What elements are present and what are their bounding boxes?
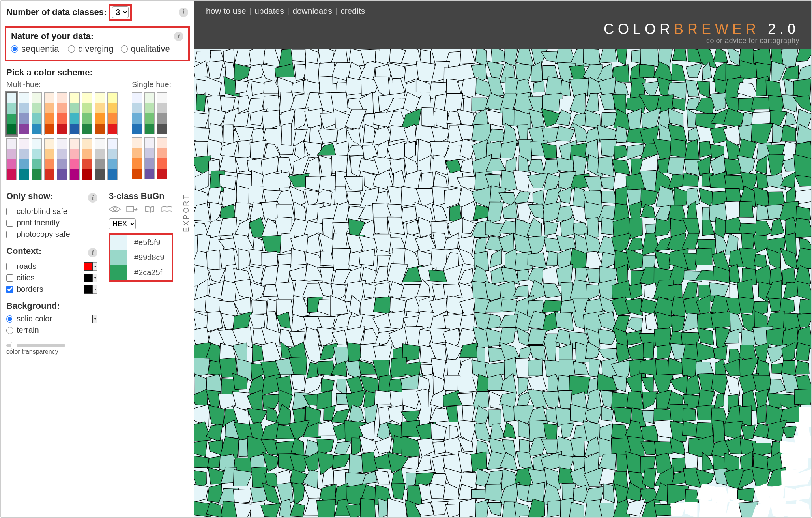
ramp-cell [45, 113, 54, 124]
color-ramp[interactable] [157, 92, 167, 134]
county [794, 218, 811, 238]
slider-thumb[interactable] [11, 342, 17, 349]
roads-color-picker[interactable]: ▾ [84, 262, 97, 271]
county [614, 407, 632, 424]
county [628, 343, 645, 360]
bg-color-picker[interactable]: ▾ [84, 315, 97, 323]
color-ramp[interactable] [19, 138, 29, 180]
info-icon[interactable]: i [174, 32, 183, 41]
download-icon[interactable] [144, 205, 155, 215]
transparency-label: color transparency [6, 348, 97, 355]
color-list-row[interactable]: #e5f5f9 [110, 235, 172, 250]
county [431, 423, 446, 440]
county [570, 280, 589, 301]
color-ramp[interactable] [32, 138, 42, 180]
county [584, 500, 601, 517]
link-updates[interactable]: updates [254, 6, 284, 16]
color-ramp[interactable] [95, 92, 105, 135]
color-ramp[interactable] [157, 137, 167, 179]
svg-point-0 [113, 208, 116, 211]
color-ramp[interactable] [32, 92, 42, 135]
radio-qualitative[interactable]: qualitative [121, 44, 170, 54]
color-ramp[interactable] [6, 92, 17, 135]
color-ramp[interactable] [69, 138, 80, 180]
county [208, 61, 223, 79]
transparency-slider[interactable] [6, 344, 65, 347]
color-ramp[interactable] [19, 92, 29, 135]
radio-diverging[interactable]: diverging [68, 44, 113, 54]
county [683, 409, 696, 422]
choropleth-map[interactable] [194, 49, 811, 517]
chk-colorblind[interactable]: colorblind safe [6, 207, 97, 216]
county [737, 83, 759, 99]
county [547, 500, 562, 517]
county [321, 378, 334, 392]
color-ramp[interactable] [132, 137, 142, 179]
county [250, 140, 266, 159]
color-ramp[interactable] [82, 92, 92, 135]
color-ramp[interactable] [95, 138, 105, 180]
chk-roads[interactable]: roads [6, 262, 36, 271]
color-ramp[interactable] [82, 138, 92, 180]
color-ramp[interactable] [107, 138, 118, 180]
county [322, 189, 332, 204]
county [476, 440, 490, 454]
ramp-cell [82, 113, 92, 124]
classes-select[interactable]: 3 [112, 6, 129, 18]
eye-icon[interactable] [109, 205, 121, 215]
county [486, 470, 504, 485]
color-ramp[interactable] [144, 137, 155, 179]
color-ramp[interactable] [44, 138, 54, 180]
info-icon[interactable]: i [179, 8, 188, 17]
county [515, 358, 530, 378]
radio-terrain[interactable]: terrain [6, 326, 97, 335]
county [643, 342, 654, 359]
color-ramp[interactable] [132, 92, 142, 134]
county [795, 360, 809, 374]
color-ramp[interactable] [44, 92, 54, 135]
brand-subtitle: color advice for cartography [206, 37, 799, 45]
county [445, 159, 462, 173]
color-ramp[interactable] [6, 138, 17, 180]
nature-label: Nature of your data: [11, 31, 94, 41]
format-select[interactable]: HEX [109, 218, 136, 229]
ramp-cell [45, 93, 54, 103]
link-credits[interactable]: credits [341, 6, 365, 16]
borders-color-picker[interactable]: ▾ [84, 285, 97, 294]
radio-solid[interactable]: solid color [6, 314, 52, 323]
color-ramp[interactable] [57, 138, 67, 180]
county [667, 157, 685, 176]
color-swatch [110, 235, 127, 250]
bottom-panel: Only show: i colorblind safe print frien… [1, 186, 194, 360]
ramp-cell [19, 139, 29, 149]
county [290, 503, 305, 517]
color-list-row[interactable]: #99d8c9 [110, 250, 172, 265]
ramp-cell [7, 159, 16, 169]
book-icon[interactable] [161, 205, 173, 215]
color-ramp[interactable] [57, 92, 67, 135]
chk-cities[interactable]: cities [6, 273, 35, 282]
info-icon[interactable]: i [88, 193, 97, 203]
county [628, 218, 642, 239]
chk-borders[interactable]: borders [6, 285, 43, 294]
radio-sequential[interactable]: sequential [11, 44, 61, 54]
color-ramp[interactable] [144, 92, 155, 134]
county [223, 49, 235, 64]
export-icon[interactable] [126, 205, 138, 215]
color-list-row[interactable]: #2ca25f [110, 265, 172, 280]
export-label: EXPORT [182, 193, 191, 232]
cities-color-picker[interactable]: ▾ [84, 274, 97, 282]
link-downloads[interactable]: downloads [292, 6, 332, 16]
header-bar: how to use| updates| downloads| credits … [194, 1, 811, 49]
chk-photocopy[interactable]: photocopy safe [6, 230, 97, 239]
county [351, 438, 361, 456]
link-howto[interactable]: how to use [206, 6, 246, 16]
color-ramp[interactable] [69, 92, 80, 135]
info-icon[interactable]: i [88, 248, 97, 257]
county [795, 485, 811, 501]
county [569, 375, 590, 396]
chk-print[interactable]: print friendly [6, 218, 97, 227]
county [641, 189, 658, 208]
color-ramp[interactable] [107, 92, 118, 135]
county [601, 191, 616, 203]
